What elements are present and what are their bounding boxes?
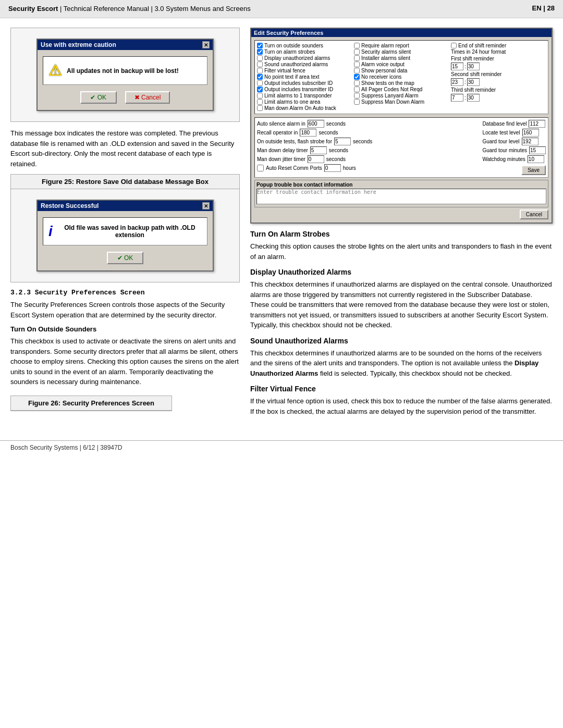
caution-dialog-title: Use with extreme caution <box>41 41 116 48</box>
cb-security-silent[interactable] <box>354 49 360 55</box>
man-down-jitter-label: Man down jitter timer <box>257 156 305 162</box>
check-limit-one-area: Limit alarms to one area <box>257 99 352 105</box>
header-page-number: EN | 28 <box>532 4 555 12</box>
man-down-delay-input[interactable] <box>310 146 327 154</box>
cb-display-unauth[interactable] <box>257 55 263 61</box>
check-security-silent: Security alarms silent <box>354 49 449 55</box>
timer-man-down-jitter: Man down jitter timer seconds <box>257 155 476 163</box>
cb-installer-silent[interactable] <box>354 55 360 61</box>
timers-right: Database find level Locate test level Gu… <box>482 120 546 175</box>
first-dialog-box: Use with extreme caution ✕ ⚠ All updates… <box>10 28 240 122</box>
cb-sound-unauth[interactable] <box>257 61 263 67</box>
auto-silence-unit: seconds <box>326 121 346 127</box>
cb-output-sub[interactable] <box>257 80 263 86</box>
restore-dialog-title: Restore Successful <box>41 202 99 209</box>
cb-show-personal[interactable] <box>354 68 360 73</box>
first-shift-hour[interactable] <box>451 63 463 70</box>
cb-man-down-auto[interactable] <box>257 105 263 111</box>
auto-silence-input[interactable] <box>308 120 324 128</box>
timers-left: Auto silence alarm in seconds Recall ope… <box>257 120 476 175</box>
cb-all-pager[interactable] <box>354 87 360 92</box>
timer-recall-operator: Recall operator in seconds <box>257 129 476 137</box>
cb-show-tests[interactable] <box>354 80 360 86</box>
timer-locate-test: Locate test level <box>482 129 546 137</box>
auto-reset-label: Auto Reset Comm Ports <box>266 165 322 171</box>
timer-man-down-delay: Man down delay timer seconds <box>257 146 476 154</box>
save-btn-container: Save <box>482 165 546 175</box>
db-find-input[interactable] <box>529 120 545 128</box>
check-no-receiver: No receiver icons <box>354 74 449 80</box>
guard-tour-level-label: Guard tour level <box>482 139 519 144</box>
man-down-delay-unit: seconds <box>329 147 348 153</box>
sec-pref-dialog: Edit Security Preferences Turn on outsid… <box>250 28 553 224</box>
guard-tour-min-input[interactable] <box>529 146 546 154</box>
caution-ok-button[interactable]: ✔ OK <box>80 91 117 104</box>
third-shift-hour[interactable] <box>451 94 463 102</box>
section-intro: The Security Preferences Screen controls… <box>10 300 240 320</box>
cb-alarm-voice[interactable] <box>354 61 360 67</box>
caution-cancel-button[interactable]: ✖ Cancel <box>125 91 170 104</box>
caution-dialog-close[interactable]: ✕ <box>202 41 210 48</box>
cb-output-trans[interactable] <box>257 87 263 92</box>
restore-ok-button[interactable]: ✔ OK <box>107 252 143 264</box>
text-sound-unauth: This checkbox determines if unauthorized… <box>250 348 553 379</box>
sec-pref-columns: Turn on outside sounders Turn on alarm s… <box>257 43 546 112</box>
cb-alarm-strobes[interactable] <box>257 49 263 55</box>
second-shift-label: Second shift reminder <box>451 71 546 77</box>
watchdog-input[interactable] <box>528 155 544 163</box>
cb-filter-virtual[interactable] <box>257 68 263 73</box>
text-display-unauth: This checkbox determines if unauthorized… <box>250 279 553 330</box>
auto-reset-input[interactable] <box>324 164 341 172</box>
cb-no-receiver[interactable] <box>354 74 360 80</box>
cb-auto-reset[interactable] <box>257 165 264 171</box>
recall-operator-input[interactable] <box>300 129 316 137</box>
check-no-point-text: No point text if area text <box>257 74 352 80</box>
cb-suppress-man-down[interactable] <box>354 99 360 105</box>
sec-pref-cancel-button[interactable]: Cancel <box>520 209 548 219</box>
check-suppress-man-down: Suppress Man Down Alarm <box>354 99 449 105</box>
first-shift-label: First shift reminder <box>451 56 546 61</box>
text-alarm-strobes: Checking this option causes the strobe l… <box>250 241 553 262</box>
cb-require-report[interactable] <box>354 43 360 48</box>
popup-textarea[interactable] <box>256 189 546 204</box>
save-button[interactable]: Save <box>521 165 546 175</box>
cb-limit-1-trans[interactable] <box>257 93 263 98</box>
cb-suppress-lanyard[interactable] <box>354 93 360 98</box>
cb-no-point-text[interactable] <box>257 74 263 80</box>
check-alarm-strobes: Turn on alarm strobes <box>257 49 352 55</box>
caution-dialog-body: ⚠ All updates not in backup will be lost… <box>38 50 213 110</box>
second-shift-min[interactable] <box>467 78 480 86</box>
figure25-content: Restore Successful ✕ i Old file was save… <box>11 189 239 282</box>
outside-flash-label: On outside tests, flash strobe for <box>257 139 332 144</box>
cb-end-shift[interactable] <box>451 43 457 48</box>
heading-sound-unauth: Sound Unauthorized Alarms <box>250 337 553 345</box>
timer-outside-flash: On outside tests, flash strobe for secon… <box>257 138 476 145</box>
right-column: Edit Security Preferences Turn on outsid… <box>250 28 553 421</box>
outside-flash-input[interactable] <box>334 138 351 145</box>
check-end-shift: End of shift reminder <box>451 43 546 48</box>
third-shift-min[interactable] <box>467 94 480 102</box>
check-limit-1-trans: Limit alarms to 1 transponder <box>257 93 352 98</box>
check-man-down-auto: Man down Alarm On Auto track <box>257 105 352 111</box>
cb-outside-sounders[interactable] <box>257 43 263 48</box>
man-down-jitter-input[interactable] <box>308 155 324 163</box>
timer-guard-tour-level: Guard tour level <box>482 138 546 145</box>
first-shift-min[interactable] <box>467 63 480 70</box>
cb-limit-one-area[interactable] <box>257 99 263 105</box>
text-sound-unauth-1: This checkbox determines if unauthorized… <box>250 349 542 367</box>
times-24h-label: Times in 24 hour format <box>451 49 546 55</box>
restore-dialog-titlebar: Restore Successful ✕ <box>38 201 213 211</box>
guard-tour-min-label: Guard tour minutes <box>482 147 527 153</box>
section-number: 3.2.3 Security Preferences Screen <box>10 289 240 297</box>
timer-guard-tour-min: Guard tour minutes <box>482 146 546 154</box>
guard-tour-level-input[interactable] <box>522 138 538 145</box>
second-shift-inputs: : <box>451 78 546 86</box>
text-sounders: This checkbox is used to activate or dea… <box>10 336 240 387</box>
first-dialog-content: Use with extreme caution ✕ ⚠ All updates… <box>11 28 239 121</box>
locate-test-input[interactable] <box>522 129 539 137</box>
header-title-rest: | Technical Reference Manual | 3.0 Syste… <box>58 5 250 13</box>
second-shift-hour[interactable] <box>451 78 463 86</box>
watchdog-label: Watchdog minutes <box>482 156 525 162</box>
caution-dialog-buttons: ✔ OK ✖ Cancel <box>43 91 207 104</box>
restore-dialog-close[interactable]: ✕ <box>202 202 210 209</box>
